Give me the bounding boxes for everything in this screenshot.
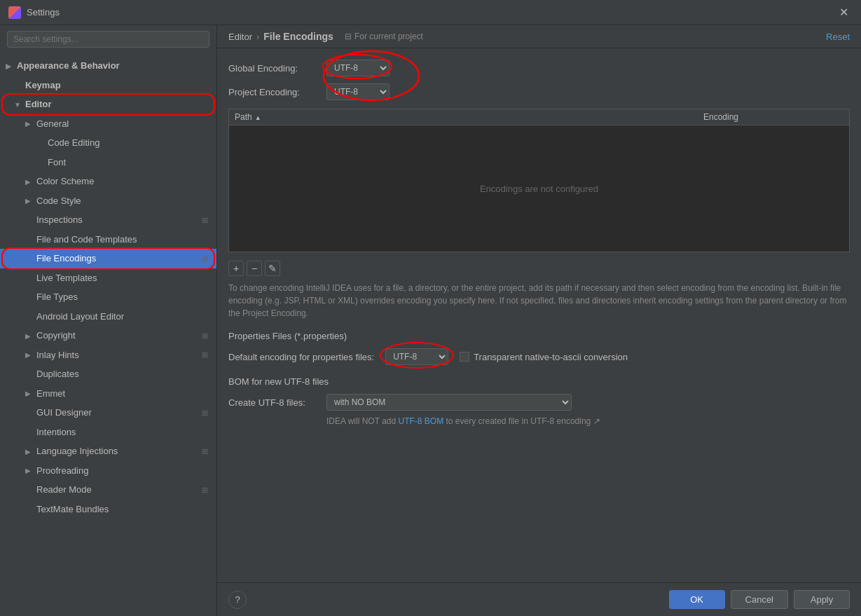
- cancel-button[interactable]: Cancel: [731, 590, 788, 609]
- global-encoding-select[interactable]: UTF-8: [326, 60, 390, 76]
- transparent-checkbox[interactable]: [460, 352, 469, 362]
- sidebar-item-file-types[interactable]: File Types: [0, 287, 216, 307]
- info-text: To change encoding IntelliJ IDEA uses fo…: [228, 282, 850, 320]
- expand-arrow-reader-mode: [25, 485, 35, 495]
- properties-section: Properties Files (*.properties) Default …: [228, 331, 850, 365]
- sidebar-item-textmate-bundles[interactable]: TextMate Bundles: [0, 500, 216, 519]
- sidebar-item-intentions[interactable]: Intentions: [0, 423, 216, 442]
- panel-content: Global Encoding: UTF-8 Project Encoding:…: [217, 48, 861, 582]
- window-title: Settings: [27, 7, 835, 18]
- expand-arrow-code-style: [25, 196, 35, 205]
- sidebar-item-live-templates[interactable]: Live Templates: [0, 268, 216, 288]
- sidebar-item-language-injections[interactable]: Language Injections⊞: [0, 442, 216, 461]
- sidebar-item-android-layout-editor[interactable]: Android Layout Editor: [0, 307, 216, 327]
- sidebar-item-editor[interactable]: Editor: [0, 95, 216, 114]
- sidebar-label-gui-designer: GUI Designer: [36, 406, 92, 420]
- sidebar-label-language-injections: Language Injections: [36, 444, 118, 458]
- sidebar-label-file-code-templates: File and Code Templates: [36, 233, 137, 247]
- sidebar-label-keymap: Keymap: [25, 78, 61, 93]
- close-button[interactable]: ✕: [835, 4, 853, 20]
- sidebar-item-keymap[interactable]: Keymap: [0, 76, 216, 95]
- expand-arrow-general: [25, 118, 35, 128]
- utf8-bom-link[interactable]: UTF-8 BOM: [398, 416, 443, 426]
- edit-button[interactable]: ✎: [265, 261, 280, 276]
- sidebar-badge-language-injections: ⊞: [202, 446, 208, 458]
- sidebar-label-appearance: Appearance & Behavior: [17, 59, 120, 73]
- bom-title: BOM for new UTF-8 files: [228, 376, 850, 387]
- sidebar-item-color-scheme[interactable]: Color Scheme: [0, 172, 216, 191]
- sidebar-item-gui-designer[interactable]: GUI Designer⊞: [0, 403, 216, 423]
- sort-icon: [255, 112, 261, 122]
- sidebar: Appearance & BehaviorKeymapEditorGeneral…: [0, 25, 217, 616]
- project-encoding-select[interactable]: UTF-8: [326, 83, 390, 100]
- sidebar-item-file-encodings[interactable]: File Encodings⊞: [0, 249, 216, 268]
- sidebar-label-textmate-bundles: TextMate Bundles: [36, 502, 109, 516]
- expand-arrow-inlay-hints: [25, 350, 35, 360]
- sidebar-label-inlay-hints: Inlay Hints: [36, 348, 79, 362]
- sidebar-item-code-style[interactable]: Code Style: [0, 191, 216, 211]
- sidebar-item-reader-mode[interactable]: Reader Mode⊞: [0, 480, 216, 500]
- sidebar-badge-inlay-hints: ⊞: [202, 349, 208, 361]
- sidebar-label-copyright: Copyright: [36, 329, 76, 343]
- sidebar-label-emmet: Emmet: [36, 387, 65, 401]
- sidebar-label-code-editing: Code Editing: [48, 136, 99, 150]
- sidebar-item-duplicates[interactable]: Duplicates: [0, 364, 216, 384]
- sidebar-label-duplicates: Duplicates: [36, 367, 79, 381]
- sidebar-item-font[interactable]: Font: [0, 153, 216, 172]
- sidebar-item-emmet[interactable]: Emmet: [0, 384, 216, 404]
- expand-arrow-font: [36, 157, 46, 167]
- breadcrumb-current: File Encodings: [263, 31, 333, 42]
- sidebar-label-font: Font: [48, 156, 66, 170]
- title-bar: Settings ✕: [0, 0, 861, 25]
- bottom-bar: ? OK Cancel Apply: [217, 582, 861, 616]
- remove-button[interactable]: −: [247, 261, 262, 276]
- expand-arrow-live-templates: [25, 273, 35, 282]
- bom-info: IDEA will NOT add UTF-8 BOM to every cre…: [326, 416, 850, 426]
- table-toolbar: + − ✎: [228, 261, 850, 276]
- path-table: Path Encoding Encodings are not configur…: [228, 109, 850, 252]
- bom-row: Create UTF-8 files: with NO BOM with BOM…: [228, 394, 850, 411]
- expand-arrow-appearance: [6, 61, 15, 71]
- sidebar-label-android-layout-editor: Android Layout Editor: [36, 310, 124, 324]
- sidebar-item-inlay-hints[interactable]: Inlay Hints⊞: [0, 345, 216, 365]
- add-button[interactable]: +: [228, 261, 244, 276]
- expand-arrow-duplicates: [25, 369, 35, 379]
- expand-arrow-android-layout-editor: [25, 311, 35, 321]
- bom-section: BOM for new UTF-8 files Create UTF-8 fil…: [228, 376, 850, 426]
- sidebar-label-inspections: Inspections: [36, 213, 83, 227]
- sidebar-label-file-types: File Types: [36, 290, 78, 304]
- sidebar-item-file-code-templates[interactable]: File and Code Templates: [0, 230, 216, 249]
- properties-title: Properties Files (*.properties): [228, 331, 850, 341]
- transparent-checkbox-label[interactable]: Transparent native-to-ascii conversion: [460, 352, 628, 362]
- th-path: Path: [235, 112, 703, 122]
- sidebar-tree: Appearance & BehaviorKeymapEditorGeneral…: [0, 53, 216, 616]
- expand-arrow-intentions: [25, 427, 35, 437]
- table-empty-message: Encodings are not configured: [229, 125, 849, 252]
- sidebar-item-copyright[interactable]: Copyright⊞: [0, 326, 216, 345]
- default-encoding-select[interactable]: UTF-8: [385, 348, 448, 365]
- expand-arrow-file-encodings: [25, 254, 35, 263]
- app-icon: [8, 6, 21, 19]
- sidebar-item-inspections[interactable]: Inspections⊞: [0, 210, 216, 230]
- sidebar-label-live-templates: Live Templates: [36, 271, 97, 285]
- bom-select[interactable]: with NO BOM with BOM with BOM (if needed…: [326, 394, 572, 411]
- sidebar-item-appearance[interactable]: Appearance & Behavior: [0, 56, 216, 76]
- expand-arrow-emmet: [25, 388, 35, 398]
- project-link[interactable]: ⊟ For current project: [345, 32, 423, 41]
- expand-arrow-code-editing: [36, 138, 46, 148]
- sidebar-label-proofreading: Proofreading: [36, 464, 88, 478]
- search-input[interactable]: [7, 31, 209, 48]
- breadcrumb: Editor › File Encodings ⊟ For current pr…: [217, 25, 861, 48]
- sidebar-badge-copyright: ⊞: [202, 330, 208, 342]
- sidebar-item-general[interactable]: General: [0, 114, 216, 134]
- expand-arrow-editor: [14, 100, 24, 109]
- sidebar-item-proofreading[interactable]: Proofreading: [0, 461, 216, 481]
- reset-link[interactable]: Reset: [826, 32, 850, 42]
- ok-button[interactable]: OK: [669, 590, 725, 609]
- apply-button[interactable]: Apply: [794, 590, 850, 609]
- sidebar-badge-file-encodings: ⊞: [202, 253, 208, 265]
- right-panel: Editor › File Encodings ⊟ For current pr…: [217, 25, 861, 616]
- sidebar-item-code-editing[interactable]: Code Editing: [0, 133, 216, 153]
- expand-arrow-inspections: [25, 215, 35, 225]
- help-button[interactable]: ?: [228, 591, 247, 609]
